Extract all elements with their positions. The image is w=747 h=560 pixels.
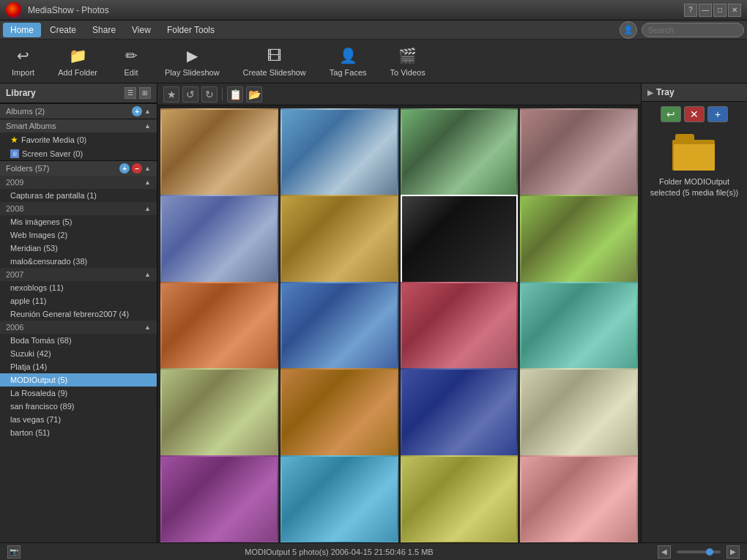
sidebar-item-capturas[interactable]: Capturas de pantalla (1) bbox=[0, 189, 157, 202]
year-2006-label: 2006 bbox=[6, 323, 23, 332]
year-2008-header[interactable]: 2008 ▲ bbox=[0, 202, 157, 215]
create-slideshow-label: Create Slideshow bbox=[243, 68, 306, 77]
photo-thumb-9[interactable] bbox=[280, 282, 398, 370]
add-folder-button[interactable]: 📁 Add Folder bbox=[53, 42, 102, 80]
sidebar-item-modioutput[interactable]: MODIOutput (5) bbox=[0, 373, 157, 387]
year-2009-label: 2009 bbox=[6, 178, 23, 187]
photo-thumb-1[interactable] bbox=[280, 108, 398, 197]
photo-thumb-12[interactable] bbox=[160, 368, 278, 457]
maximize-button[interactable]: □ bbox=[713, 4, 726, 17]
sidebar-item-boda-tomas[interactable]: Boda Tomás (68) bbox=[0, 334, 157, 347]
menu-share[interactable]: Share bbox=[85, 23, 123, 37]
tag-faces-icon: 👤 bbox=[338, 45, 358, 66]
sidebar-item-san-francisco[interactable]: san francisco (89) bbox=[0, 400, 157, 413]
menu-create[interactable]: Create bbox=[42, 23, 83, 37]
play-slideshow-button[interactable]: ▶ Play Slideshow bbox=[160, 42, 224, 80]
sidebar-item-suzuki[interactable]: Suzuki (42) bbox=[0, 347, 157, 360]
tray-remove-button[interactable]: ✕ bbox=[684, 106, 705, 122]
albums-add-button[interactable]: + bbox=[132, 106, 142, 116]
undo-button[interactable]: ↺ bbox=[182, 86, 198, 102]
sidebar-item-reunion[interactable]: Reunión General febrero2007 (4) bbox=[0, 307, 157, 321]
app-title: MediaShow - Photos bbox=[28, 5, 109, 15]
tag-faces-button[interactable]: 👤 Tag Faces bbox=[325, 42, 371, 80]
zoom-slider[interactable] bbox=[677, 550, 721, 553]
photo-thumb-14[interactable] bbox=[401, 368, 519, 457]
sidebar-item-malo[interactable]: malo&censurado (38) bbox=[0, 255, 157, 268]
edit-button[interactable]: ✏ Edit bbox=[116, 42, 146, 80]
search-input[interactable] bbox=[642, 23, 744, 37]
year-2006-header[interactable]: 2006 ▲ bbox=[0, 321, 157, 334]
play-slideshow-icon: ▶ bbox=[182, 45, 202, 66]
menu-view[interactable]: View bbox=[124, 23, 158, 37]
year-2007-header[interactable]: 2007 ▲ bbox=[0, 268, 157, 281]
sidebar-item-mis-imagenes[interactable]: Mis imágenes (5) bbox=[0, 215, 157, 228]
to-videos-label: To Videos bbox=[390, 68, 425, 77]
year-2009-header[interactable]: 2009 ▲ bbox=[0, 176, 157, 189]
sidebar-item-web-images[interactable]: Web Images (2) bbox=[0, 228, 157, 242]
sidebar-item-meridian[interactable]: Meridian (53) bbox=[0, 242, 157, 255]
photo-thumb-3[interactable] bbox=[520, 108, 638, 197]
content-area: ★ ↺ ↻ 📋 📂 bbox=[157, 83, 641, 542]
sidebar-item-favorite-media[interactable]: ★ Favorite Media (0) bbox=[0, 132, 157, 147]
folders-add-button[interactable]: + bbox=[119, 163, 130, 173]
capturas-label: Capturas de pantalla (1) bbox=[10, 191, 97, 200]
sidebar-item-screen-saver[interactable]: 🖥 Screen Saver (0) bbox=[0, 147, 157, 160]
photo-thumb-8[interactable] bbox=[160, 282, 278, 370]
smart-albums-header[interactable]: Smart Albums ▲ bbox=[0, 119, 157, 132]
la-rosaleda-label: La Rosaleda (9) bbox=[10, 389, 67, 397]
photo-thumb-19[interactable] bbox=[520, 455, 638, 542]
folder-button[interactable]: 📂 bbox=[246, 86, 262, 102]
photo-thumb-10[interactable] bbox=[401, 282, 519, 370]
tray-info: Folder MODIOutput selected (5 media file… bbox=[649, 176, 740, 199]
window-controls: ? — □ ✕ bbox=[684, 4, 741, 17]
folders-remove-button[interactable]: − bbox=[132, 163, 142, 173]
sidebar-item-la-rosaleda[interactable]: La Rosaleda (9) bbox=[0, 387, 157, 400]
play-slideshow-label: Play Slideshow bbox=[165, 68, 220, 77]
photo-thumb-7[interactable] bbox=[520, 195, 638, 283]
photo-thumb-17[interactable] bbox=[280, 455, 398, 542]
photo-thumb-2[interactable] bbox=[401, 108, 519, 197]
photo-thumb-15[interactable] bbox=[520, 368, 638, 457]
to-videos-button[interactable]: 🎬 To Videos bbox=[386, 42, 430, 80]
photo-thumb-11[interactable] bbox=[520, 282, 638, 370]
help-button[interactable]: ? bbox=[684, 4, 697, 17]
photo-thumb-13[interactable] bbox=[280, 368, 398, 457]
tray-header: ▶ Tray bbox=[642, 83, 747, 102]
sidebar-item-barton[interactable]: barton (51) bbox=[0, 426, 157, 439]
photo-thumb-5[interactable] bbox=[280, 195, 398, 283]
minimize-button[interactable]: — bbox=[699, 4, 712, 17]
sidebar-item-nexoblogs[interactable]: nexoblogs (11) bbox=[0, 281, 157, 294]
create-slideshow-button[interactable]: 🎞 Create Slideshow bbox=[239, 42, 311, 80]
albums-section-header[interactable]: Albums (2) + ▲ bbox=[0, 103, 157, 119]
clipboard-button[interactable]: 📋 bbox=[227, 86, 243, 102]
status-left-icon[interactable]: ◀ bbox=[658, 545, 671, 559]
menu-folder-tools[interactable]: Folder Tools bbox=[160, 23, 222, 37]
sidebar-item-platja[interactable]: Platja (14) bbox=[0, 360, 157, 373]
close-button[interactable]: ✕ bbox=[728, 4, 741, 17]
menu-home[interactable]: Home bbox=[3, 23, 41, 37]
status-camera-icon[interactable]: 📷 bbox=[7, 545, 21, 559]
tray-new-button[interactable]: + bbox=[707, 106, 728, 122]
folders-arrow: ▲ bbox=[144, 165, 151, 172]
tray-add-button[interactable]: ↩ bbox=[661, 106, 681, 122]
redo-button[interactable]: ↻ bbox=[201, 86, 218, 102]
mis-imagenes-label: Mis imágenes (5) bbox=[10, 217, 72, 226]
photo-thumb-6[interactable] bbox=[401, 195, 519, 283]
import-button[interactable]: ↩ Import bbox=[7, 42, 39, 80]
sidebar-item-las-vegas[interactable]: las vegas (71) bbox=[0, 413, 157, 426]
status-right-icon[interactable]: ▶ bbox=[726, 545, 740, 559]
to-videos-icon: 🎬 bbox=[398, 45, 418, 66]
slider-thumb[interactable] bbox=[706, 548, 713, 556]
photo-thumb-18[interactable] bbox=[401, 455, 519, 542]
folders-section-header[interactable]: Folders (57) + − ▲ bbox=[0, 160, 157, 176]
photo-thumb-16[interactable] bbox=[160, 455, 278, 542]
library-list-view[interactable]: ☰ bbox=[124, 87, 136, 99]
library-grid-view[interactable]: ⊞ bbox=[139, 87, 151, 99]
tray-title: Tray bbox=[656, 87, 674, 97]
photo-thumb-4[interactable] bbox=[160, 195, 278, 283]
photo-thumb-0[interactable] bbox=[160, 108, 278, 197]
smart-albums-arrow: ▲ bbox=[144, 122, 151, 130]
faces-icon-button[interactable]: 👤 bbox=[620, 21, 637, 39]
sidebar-item-apple[interactable]: apple (11) bbox=[0, 294, 157, 307]
favorite-button[interactable]: ★ bbox=[163, 86, 179, 102]
